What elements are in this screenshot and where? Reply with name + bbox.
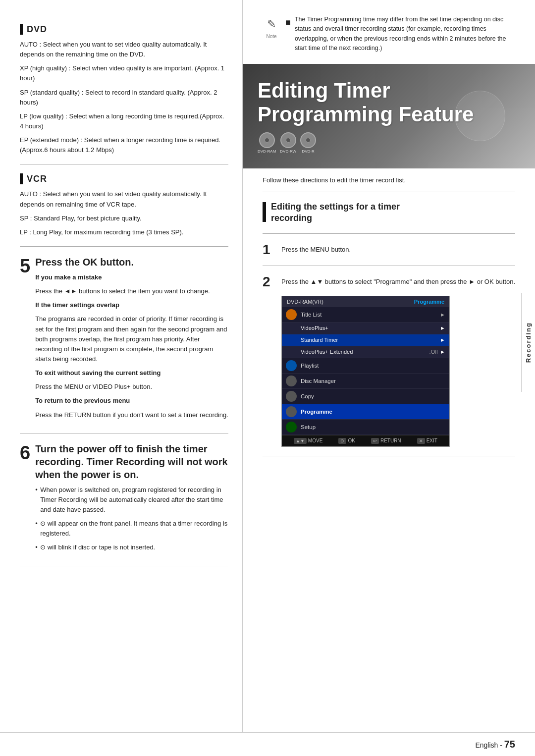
sub-section-header: Editing the settings for a timer recordi… [263,201,515,224]
right-step-2: 2 Press the ▲▼ buttons to select "Progra… [263,275,515,289]
step-5-title: Press the OK button. [35,256,228,269]
disc-icon-1 [280,132,296,148]
editing-title: Editing Timer Programming Feature [258,79,520,127]
step-5-text-2: Press the MENU or VIDEO Plus+ button. [35,382,228,392]
disc-label-1: DVD-RW [280,149,296,154]
step-6-bullet-0: When power is switched on, program regis… [35,485,228,515]
menu-footer-return: ↩ RETURN [371,438,401,444]
menu-icon-playlist [286,360,297,371]
step-6-number: 6 [20,443,30,462]
menu-screenshot: DVD-RAM(VR) Programme Title List ► Video… [281,296,450,447]
menu-label-programme: Programme [301,409,445,415]
menu-icon-title-list [286,309,297,320]
menu-label-playlist: Playlist [301,363,445,369]
menu-row-title-list: Title List ► [282,307,449,323]
menu-header-right: Programme [414,299,444,305]
recording-sidebar: Recording [521,293,535,392]
disc-group-0: DVD-RAM [258,132,276,154]
step-5-label-0: If you make a mistake [35,272,228,282]
menu-subrow-value-2: :Off [429,349,438,355]
editing-title-line1: Editing Timer [258,79,390,102]
menu-row-programme: Programme [282,404,449,420]
bottom-bar: English - 75 [0,732,535,756]
dvd-item-2: SP (standard quality) : Select to record… [20,88,228,108]
dvd-item-1: XP (high quality) : Select when video qu… [20,63,228,83]
sub-section-title-line1: Editing the settings for a timer [271,201,400,213]
menu-footer: ▲▼ MOVE ⊙ OK ↩ RETURN ✕ [282,435,449,446]
sub-section-bar [263,202,266,222]
menu-header-left: DVD-RAM(VR) [287,299,323,305]
menu-row-playlist: Playlist [282,358,449,374]
vcr-item-1: SP : Standard Play, for best picture qua… [20,214,228,223]
menu-label-setup: Setup [301,424,445,430]
follow-text: Follow these directions to edit the time… [263,176,515,184]
bottom-dash: - [500,741,504,749]
right-step-1-text: Press the MENU button. [281,243,351,255]
step-6-title: Turn the power off to finish the timer r… [35,442,228,481]
right-step-1: 1 Press the MENU button. [263,243,515,257]
step-5-text-3: Press the RETURN button if you don't wan… [35,410,228,420]
step-5-label-2: To exit without saving the current setti… [35,368,228,378]
dvd-bar [20,24,23,35]
menu-footer-exit: ✕ EXIT [417,438,437,444]
page-container: DVD AUTO : Select when you want to set v… [0,0,535,756]
disc-group-1: DVD-RW [280,132,296,154]
disc-group-2: DVD-R [300,132,316,154]
language-label: English [475,741,498,749]
step-5-number: 5 [20,257,30,275]
note-text: The Timer Programming time may differ fr… [295,15,515,54]
disc-label-2: DVD-R [302,149,314,154]
step-5-label-3: To return to the previous menu [35,396,228,406]
menu-icon-programme [286,406,297,417]
menu-row-disc-manager: Disc Manager [282,374,449,389]
menu-subrow-label-0: VideoPlus+ [301,325,328,331]
note-label: Note [266,33,276,41]
disc-icons: DVD-RAM DVD-RW DVD-R [258,132,520,154]
menu-label-disc-manager: Disc Manager [301,378,445,384]
menu-header: DVD-RAM(VR) Programme [282,296,449,307]
step-5-text-1: The programs are recorded in order of pr… [35,314,228,364]
vcr-item-2: LP : Long Play, for maximum recording ti… [20,227,228,237]
recording-label: Recording [525,322,532,363]
disc-icon-2 [300,132,316,148]
left-column: DVD AUTO : Select when you want to set v… [0,0,243,732]
right-step-2-number: 2 [263,275,274,289]
menu-row-setup: Setup [282,420,449,435]
right-body: Follow these directions to edit the time… [263,168,515,456]
menu-subrow-arrow-1: ► [440,337,445,343]
disc-icon-0 [259,132,275,148]
menu-subrow-1: Standard Timer ► [282,334,449,346]
step-5-block: 5 Press the OK button. If you make a mis… [20,256,228,424]
step-5-sub-0: If you make a mistake Press the ◄► butto… [35,272,228,296]
step-5-text-0: Press the ◄► buttons to select the item … [35,286,228,296]
step-5-sub-3: To return to the previous menu Press the… [35,396,228,420]
menu-subrow-arrow-2: ► [440,349,445,355]
menu-subrow-2: VideoPlus+ Extended :Off ► [282,346,449,358]
step-6-block: 6 Turn the power off to finish the timer… [20,442,228,557]
dvd-section-header: DVD [20,24,228,35]
page-number: 75 [504,739,515,750]
menu-label-copy: Copy [301,393,445,399]
disc-label-0: DVD-RAM [258,149,276,154]
step-5-label-1: If the timer settings overlap [35,300,228,310]
step-5-sub-2: To exit without saving the current setti… [35,368,228,392]
right-column: ✎ Note ■ The Timer Programming time may … [243,0,535,732]
right-step-1-number: 1 [263,243,274,257]
editing-title-line2: Programming Feature [258,103,474,126]
menu-footer-move: ▲▼ MOVE [294,438,322,444]
menu-footer-ok: ⊙ OK [338,438,355,444]
editing-title-section: Editing Timer Programming Feature DVD-RA… [243,64,535,169]
dvd-item-3: LP (low quality) : Select when a long re… [20,111,228,131]
menu-subrow-label-2: VideoPlus+ Extended [301,349,353,355]
note-box: ✎ Note ■ The Timer Programming time may … [263,10,515,58]
menu-row-copy: Copy [282,389,449,404]
right-step-2-text: Press the ▲▼ buttons to select "Programm… [281,275,515,287]
vcr-section-header: VCR [20,173,228,184]
step-6-bullet-1: ⊙ will appear on the front panel. It mea… [35,519,228,539]
vcr-heading: VCR [27,174,47,184]
dvd-item-0: AUTO : Select when you want to set video… [20,40,228,59]
note-icon-block: ✎ Note [263,15,280,54]
menu-icon-copy [286,391,297,402]
dvd-heading: DVD [27,24,47,35]
menu-subrow-label-1: Standard Timer [301,337,338,343]
